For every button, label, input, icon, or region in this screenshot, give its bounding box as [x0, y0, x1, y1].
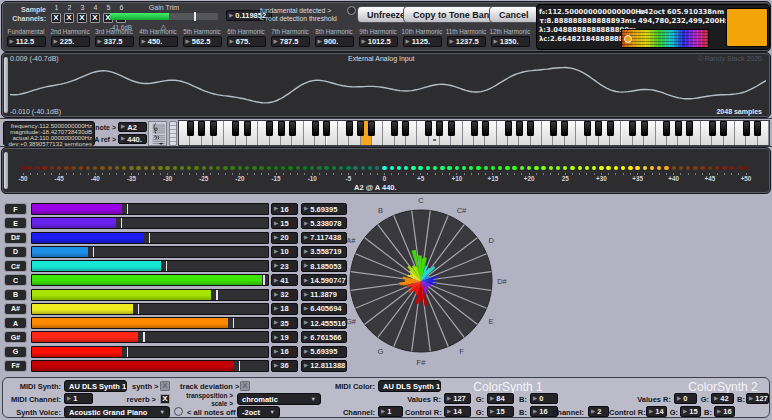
piano-key-black[interactable] — [448, 121, 455, 136]
note-button-f[interactable]: F — [4, 203, 27, 215]
harmonic-value-field[interactable]: ▶787.5 — [271, 36, 310, 47]
keyboard-grip-handle[interactable] — [169, 121, 177, 146]
piano-key-black[interactable] — [595, 121, 602, 136]
piano-key-black[interactable] — [561, 121, 568, 136]
synth-voice-dropdown[interactable]: Acoustic Grand Piano ▼ — [64, 406, 170, 418]
all-notes-off-button[interactable] — [174, 407, 183, 416]
note-button-gs[interactable]: G# — [4, 331, 27, 343]
octave-transpose-dropdown[interactable]: -2oct ▼ — [237, 406, 280, 418]
note-button-cs[interactable]: C# — [4, 260, 27, 272]
note-button-fs[interactable]: F# — [4, 360, 27, 372]
piano-key-black[interactable] — [244, 121, 251, 136]
note-field[interactable]: ▶ A2 — [118, 122, 147, 132]
panel-scroll-strip[interactable] — [4, 152, 8, 189]
note-velocity-field[interactable]: ▶41 — [271, 274, 298, 286]
a-ref-field[interactable]: ▶ 440. — [118, 134, 147, 144]
cs1-channel-field[interactable]: ▶1 — [378, 406, 403, 417]
cs2-control-b-field[interactable]: ▶16 — [714, 406, 735, 417]
piano-key-black[interactable] — [720, 121, 727, 136]
harmonic-value-field[interactable]: ▶562.5 — [183, 36, 222, 47]
cs2-value-g-field[interactable]: ▶42 — [711, 393, 734, 404]
piano-key-black[interactable] — [641, 121, 648, 136]
piano-key-black[interactable] — [482, 121, 489, 136]
piano-key-black[interactable] — [629, 121, 636, 136]
cs1-value-r-field[interactable]: ▶127 — [444, 393, 471, 404]
note-button-b[interactable]: B — [4, 289, 27, 301]
cs2-control-g-field[interactable]: ▶15 — [680, 406, 701, 417]
piano-key-black[interactable] — [675, 121, 682, 136]
note-button-d[interactable]: D — [4, 246, 27, 258]
note-button-ds[interactable]: D# — [4, 232, 27, 244]
gain-trim-handle[interactable] — [194, 12, 196, 21]
piano-key-black[interactable] — [663, 121, 670, 136]
piano-key-black[interactable] — [607, 121, 614, 136]
midi-color-dropdown[interactable]: AU DLS Synth 1 ▼ — [378, 380, 441, 392]
cs1-control-g-field[interactable]: ▶15 — [487, 406, 514, 417]
harmonic-value-field[interactable]: ▶337.5 — [95, 36, 134, 47]
cs1-control-r-field[interactable]: ▶14 — [444, 406, 471, 417]
note-button-e[interactable]: E — [4, 217, 27, 229]
synth-checkbox[interactable]: X — [160, 381, 170, 391]
harmonic-value-field[interactable]: ▶1350. — [491, 36, 530, 47]
note-velocity-field[interactable]: ▶18 — [271, 303, 298, 315]
piano-key-black[interactable] — [232, 121, 239, 136]
cs2-value-r-field[interactable]: ▶0 — [674, 393, 697, 404]
cs2-channel-field[interactable]: ▶2 — [588, 406, 609, 417]
gain-trim-slider[interactable] — [110, 13, 218, 20]
sample-channel-checkbox-1[interactable]: X — [51, 13, 61, 23]
note-button-g[interactable]: G — [4, 346, 27, 358]
harmonic-value-field[interactable]: ▶1237.5 — [447, 36, 486, 47]
scale-dropdown[interactable]: chromatic ▼ — [237, 393, 321, 405]
track-deviation-checkbox[interactable]: X — [240, 381, 250, 391]
harmonic-value-field[interactable]: ▶900. — [315, 36, 354, 47]
piano-key-black[interactable] — [505, 121, 512, 136]
cs2-value-b-field[interactable]: ▶127 — [746, 393, 769, 404]
note-velocity-field[interactable]: ▶32 — [271, 289, 298, 301]
note-velocity-field[interactable]: ▶15 — [271, 217, 298, 229]
piano-key-black[interactable] — [323, 121, 330, 136]
piano-keyboard[interactable] — [178, 120, 770, 146]
sample-channel-checkbox-2[interactable]: X — [64, 13, 74, 23]
piano-key-black[interactable] — [312, 121, 319, 136]
sample-channel-checkbox-3[interactable]: X — [77, 13, 87, 23]
piano-key-black[interactable] — [346, 121, 353, 136]
midi-channel-field[interactable]: ▶ 1 — [64, 393, 93, 404]
piano-key-black[interactable] — [187, 121, 194, 136]
note-velocity-field[interactable]: ▶10 — [271, 246, 298, 258]
harmonic-value-field[interactable]: ▶1012.5 — [359, 36, 398, 47]
note-button-a[interactable]: A — [4, 317, 27, 329]
piano-key-black[interactable] — [743, 121, 750, 136]
color-picker-strip[interactable] — [621, 29, 709, 48]
piano-key-black[interactable] — [436, 121, 443, 136]
harmonic-value-field[interactable]: ▶450. — [139, 36, 178, 47]
cs2-control-r-field[interactable]: ▶14 — [646, 406, 667, 417]
sample-channel-checkbox-4[interactable]: X — [90, 13, 100, 23]
piano-key-black[interactable] — [425, 121, 432, 136]
piano-key-black[interactable] — [357, 121, 364, 136]
cs1-value-g-field[interactable]: ▶84 — [487, 393, 514, 404]
piano-key-black[interactable] — [278, 121, 285, 136]
piano-key-black[interactable] — [516, 121, 523, 136]
note-velocity-field[interactable]: ▶36 — [271, 360, 298, 372]
piano-key-black[interactable] — [550, 121, 557, 136]
color-picker-marker[interactable] — [624, 35, 632, 43]
harmonic-value-field[interactable]: ▶225. — [51, 36, 90, 47]
piano-key-black[interactable] — [709, 121, 716, 136]
panel-scroll-strip[interactable] — [4, 57, 8, 113]
piano-key-black[interactable] — [754, 121, 761, 136]
cancel-button[interactable]: Cancel — [489, 6, 539, 23]
note-velocity-field[interactable]: ▶35 — [271, 317, 298, 329]
piano-key-black[interactable] — [266, 121, 273, 136]
note-button-c[interactable]: C — [4, 274, 27, 286]
piano-key-black[interactable] — [686, 121, 693, 136]
cs1-value-b-field[interactable]: ▶0 — [530, 393, 558, 404]
note-velocity-field[interactable]: ▶16 — [271, 346, 298, 358]
note-velocity-field[interactable]: ▶23 — [271, 260, 298, 272]
note-velocity-field[interactable]: ▶20 — [271, 232, 298, 244]
note-button-as[interactable]: A# — [4, 303, 27, 315]
piano-key-black[interactable] — [527, 121, 534, 136]
harmonic-value-field[interactable]: ▶675. — [227, 36, 266, 47]
note-velocity-field[interactable]: ▶16 — [271, 203, 298, 215]
piano-key-black[interactable] — [289, 121, 296, 136]
note-velocity-field[interactable]: ▶19 — [271, 331, 298, 343]
